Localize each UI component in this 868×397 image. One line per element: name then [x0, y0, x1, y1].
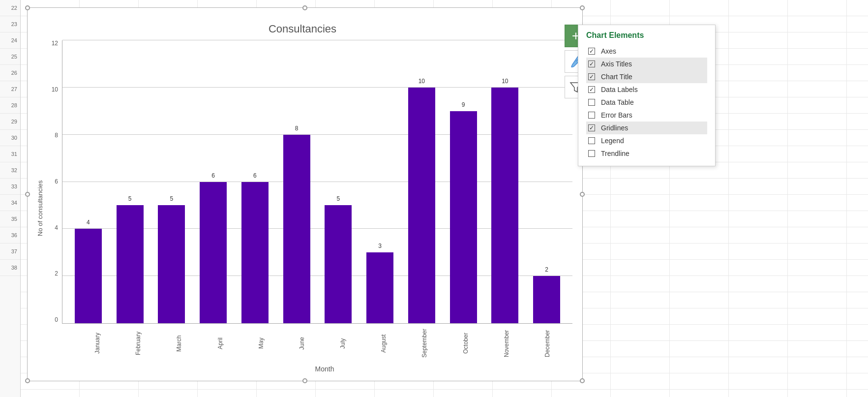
panel-item-axis-titles[interactable]: Axis Titles — [586, 58, 707, 70]
panel-item-axes[interactable]: Axes — [586, 45, 707, 58]
panel-item-label-data-labels: Data Labels — [601, 86, 638, 93]
y-axis-ticks: 12 10 8 6 4 2 0 — [47, 40, 62, 324]
bar-group-september: 10 — [401, 40, 443, 323]
checkbox-chart-title[interactable] — [588, 73, 595, 80]
row-num: 38 — [0, 260, 20, 276]
y-tick: 4 — [55, 225, 58, 231]
bar-label-may: 6 — [241, 172, 269, 179]
panel-item-trendline[interactable]: Trendline — [586, 147, 707, 160]
panel-item-error-bars[interactable]: Error Bars — [586, 109, 707, 122]
y-tick: 0 — [55, 317, 58, 323]
plot-canvas: 4 5 — [62, 40, 572, 324]
bar-october: 9 — [450, 111, 477, 323]
handle-tc[interactable] — [302, 5, 307, 10]
x-axis-labels: January February March April May June Ju… — [47, 324, 572, 363]
row-num: 35 — [0, 211, 20, 227]
bar-group-january: 4 — [67, 40, 109, 323]
x-label-march: March — [158, 324, 199, 363]
y-tick: 10 — [52, 87, 58, 92]
row-num: 29 — [0, 114, 20, 130]
checkbox-axis-titles[interactable] — [588, 61, 595, 67]
panel-item-data-labels[interactable]: Data Labels — [586, 83, 707, 96]
row-num: 22 — [0, 0, 20, 16]
bar-group-march: 5 — [151, 40, 193, 323]
bar-january: 4 — [75, 229, 102, 323]
panel-title: Chart Elements — [586, 31, 707, 40]
bar-july: 5 — [325, 205, 352, 323]
panel-item-label-axis-titles: Axis Titles — [601, 60, 632, 68]
bar-group-may: 6 — [234, 40, 276, 323]
x-label-october: October — [445, 324, 486, 363]
checkbox-gridlines[interactable] — [588, 124, 595, 131]
handle-bc[interactable] — [302, 378, 307, 383]
row-num: 31 — [0, 146, 20, 162]
bar-group-february: 5 — [109, 40, 151, 323]
bar-august: 3 — [366, 252, 393, 323]
handle-bl[interactable] — [25, 378, 30, 383]
bar-label-june: 8 — [283, 125, 310, 132]
handle-br[interactable] — [580, 378, 585, 383]
bar-label-november: 10 — [491, 78, 518, 85]
chart-title: Consultancies — [32, 23, 572, 35]
bar-group-november: 10 — [484, 40, 526, 323]
bar-group-december: 2 — [526, 40, 568, 323]
bar-group-october: 9 — [443, 40, 484, 323]
bar-label-february: 5 — [117, 195, 144, 202]
bar-group-july: 5 — [318, 40, 359, 323]
chart-inner: Consultancies No of consultancies 12 10 … — [28, 8, 582, 381]
panel-item-legend[interactable]: Legend — [586, 134, 707, 147]
plot-with-yaxis: 12 10 8 6 4 2 0 — [47, 40, 572, 324]
row-numbers-column: 22 23 24 25 26 27 28 29 30 31 32 33 34 3… — [0, 0, 21, 397]
panel-item-chart-title[interactable]: Chart Title — [586, 70, 707, 83]
checkbox-data-labels[interactable] — [588, 86, 595, 93]
handle-ml[interactable] — [25, 192, 30, 197]
bar-label-january: 4 — [75, 219, 102, 226]
row-num: 23 — [0, 16, 20, 32]
bar-june: 8 — [283, 135, 310, 323]
row-num: 28 — [0, 97, 20, 114]
checkbox-trendline[interactable] — [588, 150, 595, 157]
y-tick: 8 — [55, 132, 58, 138]
chart-elements-panel: Chart Elements Axes Axis Titles Chart Ti… — [578, 25, 716, 166]
x-label-august: August — [363, 324, 404, 363]
checkbox-legend[interactable] — [588, 137, 595, 144]
row-num: 36 — [0, 227, 20, 244]
bar-september: 10 — [408, 88, 435, 323]
row-num: 27 — [0, 81, 20, 97]
x-label-may: May — [240, 324, 281, 363]
x-label-december: December — [527, 324, 568, 363]
y-tick: 12 — [52, 40, 58, 46]
bar-group-june: 8 — [276, 40, 318, 323]
panel-item-label-error-bars: Error Bars — [601, 111, 632, 119]
handle-mr[interactable] — [580, 192, 585, 197]
x-label-july: July — [322, 324, 363, 363]
bars-container: 4 5 — [62, 40, 572, 323]
bar-group-august: 3 — [359, 40, 401, 323]
handle-tl[interactable] — [25, 5, 30, 10]
x-label-april: April — [200, 324, 240, 363]
panel-item-label-gridlines: Gridlines — [601, 124, 628, 132]
panel-item-data-table[interactable]: Data Table — [586, 96, 707, 109]
checkbox-axes[interactable] — [588, 48, 595, 55]
bar-label-august: 3 — [366, 243, 393, 249]
row-num: 33 — [0, 179, 20, 195]
bar-label-december: 2 — [533, 266, 560, 273]
row-num: 26 — [0, 65, 20, 81]
checkbox-data-table[interactable] — [588, 99, 595, 106]
bar-november: 10 — [491, 88, 518, 323]
bar-february: 5 — [117, 205, 144, 323]
row-num: 30 — [0, 130, 20, 146]
panel-item-gridlines[interactable]: Gridlines — [586, 122, 707, 134]
x-label-june: June — [281, 324, 322, 363]
row-num: 34 — [0, 195, 20, 211]
panel-item-label-trendline: Trendline — [601, 150, 629, 157]
panel-item-label-axes: Axes — [601, 47, 616, 55]
spreadsheet-background: 22 23 24 25 26 27 28 29 30 31 32 33 34 3… — [0, 0, 868, 397]
handle-tr[interactable] — [580, 5, 585, 10]
checkbox-error-bars[interactable] — [588, 112, 595, 119]
bar-march: 5 — [158, 205, 185, 323]
x-label-november: November — [486, 324, 527, 363]
bar-december: 2 — [533, 276, 560, 323]
chart-plot-area: 12 10 8 6 4 2 0 — [47, 40, 572, 376]
chart-container[interactable]: Consultancies No of consultancies 12 10 … — [27, 7, 583, 381]
